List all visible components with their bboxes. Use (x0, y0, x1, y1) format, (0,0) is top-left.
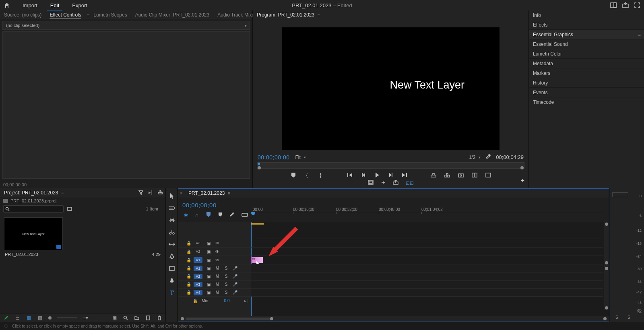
zoom-fit-dropdown[interactable]: Fit▾ (295, 155, 305, 160)
track-header-a3[interactable]: 🔒A3▣MS🎤 (178, 280, 251, 288)
resolution-dropdown[interactable]: 1/2▾ (469, 155, 481, 160)
project-breadcrumb[interactable]: PRT_02.01.2023.prproj (0, 197, 165, 204)
close-sequence-icon[interactable]: × (178, 190, 184, 196)
solo-button[interactable]: S (223, 282, 229, 287)
tab-audio-clip-mixer[interactable]: Audio Clip Mixer: PRT_02.01.2023 (131, 10, 214, 19)
voice-over-icon[interactable]: 🎤 (232, 266, 238, 270)
track-a1[interactable] (251, 264, 603, 272)
voice-over-icon[interactable]: 🎤 (232, 274, 238, 278)
thumb-size-track[interactable] (57, 318, 77, 318)
add-marker-button[interactable] (290, 172, 297, 178)
linked-selection-toggle[interactable]: ∩ (195, 212, 199, 218)
comparison-view-button[interactable] (471, 172, 478, 178)
type-tool[interactable] (168, 289, 175, 296)
filter-icon[interactable] (138, 190, 144, 195)
solo-button[interactable]: S (223, 266, 229, 270)
export-frame-button[interactable] (458, 172, 464, 178)
eye-icon[interactable]: 👁 (215, 258, 220, 262)
panel-essential-sound[interactable]: Essential Sound (529, 39, 644, 49)
new-item-button[interactable] (145, 315, 151, 321)
toggle-output-icon[interactable]: ▣ (206, 258, 211, 262)
track-v1[interactable]: fx (251, 256, 603, 264)
panel-essential-graphics[interactable]: Essential Graphics≡ (529, 30, 644, 39)
panel-history[interactable]: History (529, 78, 644, 88)
snap-toggle[interactable]: ✱ (184, 212, 188, 218)
solo-left-button[interactable]: S (615, 315, 618, 320)
vr-toggle-button[interactable]: ⊡⊡ (406, 180, 414, 186)
maximize-icon[interactable] (634, 2, 641, 8)
mark-out-button[interactable]: } (318, 172, 324, 178)
lock-icon[interactable]: 🔒 (186, 266, 190, 270)
safe-margins-button[interactable] (368, 180, 374, 186)
timeline-vertical-scrollbar[interactable] (604, 222, 609, 310)
track-a4[interactable] (251, 288, 603, 296)
track-mix[interactable] (251, 296, 603, 305)
freeform-view-button[interactable]: ▤ (37, 315, 43, 321)
program-canvas[interactable]: New Text Layer (282, 27, 500, 150)
track-select-tool[interactable] (168, 204, 175, 212)
eye-icon[interactable]: 👁 (215, 250, 220, 254)
panel-markers[interactable]: Markers (529, 68, 644, 78)
ripple-edit-tool[interactable] (168, 217, 175, 224)
button-editor-plus[interactable]: + (521, 177, 524, 184)
lock-icon[interactable]: 🔒 (186, 258, 190, 262)
mix-value[interactable]: 0.0 (224, 299, 230, 303)
automate-icon[interactable]: ▸| (148, 190, 153, 195)
panel-effects[interactable]: Effects (529, 20, 644, 30)
eye-icon[interactable]: 👁 (215, 241, 220, 245)
mute-button[interactable]: M (215, 282, 220, 287)
find-button[interactable] (123, 315, 128, 321)
track-header-v1[interactable]: 🔒V1▣👁 (178, 256, 251, 264)
share-icon[interactable] (622, 2, 629, 8)
playhead-icon[interactable] (258, 163, 260, 165)
track-header-a2[interactable]: 🔒A2▣MS🎤 (178, 272, 251, 280)
panel-events[interactable]: Events (529, 88, 644, 97)
lock-icon[interactable]: 🔒 (186, 241, 190, 245)
timeline-wrench-icon[interactable] (229, 212, 234, 218)
tab-project[interactable]: Project: PRT_02.01.2023 ≡ (0, 188, 68, 197)
mute-button[interactable]: M (215, 290, 220, 295)
wrench-icon[interactable] (485, 154, 491, 161)
program-timecode[interactable]: 00;00;00;00 (258, 154, 289, 161)
mix-track-header[interactable]: 🔒Mix0.0▸| (178, 296, 251, 305)
tab-edit[interactable]: Edit (44, 0, 66, 10)
list-view-button[interactable]: ☰ (14, 315, 20, 321)
chevron-right-icon[interactable]: ▸ (245, 23, 247, 28)
lock-icon[interactable]: 🔒 (193, 299, 198, 303)
timeline-ruler[interactable]: ;00;0000;00;16;0000;00;32;0000;00;48;000… (251, 207, 603, 214)
toggle-output-icon[interactable]: ▣ (206, 266, 211, 270)
voice-over-icon[interactable]: 🎤 (232, 290, 238, 295)
delete-button[interactable] (157, 315, 162, 321)
track-header-v3[interactable]: 🔒V3▣👁 (178, 239, 251, 247)
tab-source[interactable]: Source: (no clips) (0, 10, 45, 19)
lock-icon[interactable]: 🔒 (186, 250, 190, 254)
track-a2[interactable] (251, 272, 603, 280)
caption-toggle[interactable] (242, 212, 248, 218)
timeline-tracks-area[interactable]: fx (251, 222, 609, 316)
write-mode-icon[interactable] (3, 315, 9, 321)
sort-icon[interactable]: ≡▾ (83, 315, 89, 321)
toggle-output-icon[interactable]: ▣ (206, 250, 211, 254)
program-scrubber[interactable] (257, 162, 524, 169)
mark-in-button[interactable]: { (304, 172, 310, 178)
expand-icon[interactable]: ▸| (244, 299, 248, 303)
step-forward-button[interactable] (388, 172, 394, 178)
lock-icon[interactable]: 🔒 (186, 282, 190, 287)
toggle-output-icon[interactable]: ▣ (206, 274, 211, 278)
tab-program[interactable]: Program: PRT_02.01.2023 ≡ (253, 10, 324, 19)
mute-button[interactable]: M (215, 266, 220, 270)
project-search-input[interactable] (3, 205, 64, 212)
track-header-v2[interactable]: 🔒V2▣👁 (178, 247, 251, 256)
toggle-output-icon[interactable]: ▣ (206, 282, 211, 287)
track-v3[interactable] (251, 239, 603, 247)
rectangle-tool[interactable] (168, 265, 175, 272)
home-icon[interactable] (3, 2, 10, 9)
slip-tool[interactable] (168, 241, 175, 248)
selection-tool[interactable] (168, 192, 175, 200)
icon-view-button[interactable]: ▦ (26, 315, 31, 321)
go-to-in-button[interactable] (347, 172, 353, 178)
freeform-view-icon[interactable] (67, 206, 72, 212)
tab-lumetri-scopes[interactable]: Lumetri Scopes (89, 10, 131, 19)
proxy-toggle-button[interactable] (381, 180, 386, 186)
go-to-out-button[interactable] (401, 172, 408, 178)
